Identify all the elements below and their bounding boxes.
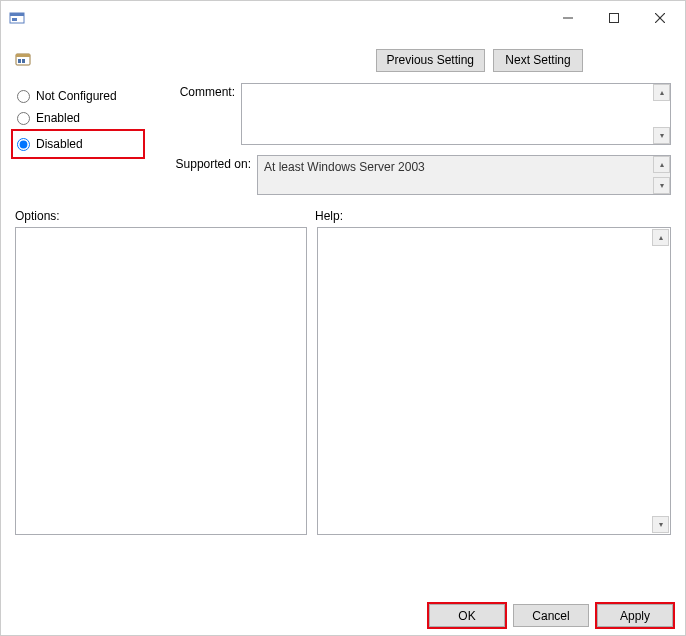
options-panel <box>15 227 307 535</box>
radio-disabled-label: Disabled <box>36 137 83 151</box>
radio-enabled-label: Enabled <box>36 111 80 125</box>
next-setting-button[interactable]: Next Setting <box>493 49 583 72</box>
radio-disabled[interactable]: Disabled <box>15 133 141 155</box>
window-icon <box>9 10 25 26</box>
close-button[interactable] <box>637 3 683 33</box>
supported-field: At least Windows Server 2003 <box>257 155 671 195</box>
titlebar <box>3 3 683 33</box>
scroll-down-icon[interactable]: ▾ <box>653 127 670 144</box>
window-controls <box>545 3 683 33</box>
scroll-down-icon[interactable]: ▾ <box>652 516 669 533</box>
maximize-button[interactable] <box>591 3 637 33</box>
highlight-disabled: Disabled <box>11 129 145 159</box>
svg-rect-2 <box>12 18 17 21</box>
radio-not-configured-label: Not Configured <box>36 89 117 103</box>
help-label: Help: <box>315 209 343 223</box>
radio-group: Not Configured Enabled Disabled <box>15 83 155 195</box>
help-panel: ▴ ▾ <box>317 227 671 535</box>
policy-icon <box>15 52 31 68</box>
minimize-button[interactable] <box>545 3 591 33</box>
comment-field-wrap: ▴ ▾ <box>241 83 671 145</box>
footer-buttons: OK Cancel Apply <box>429 604 673 627</box>
svg-rect-4 <box>610 14 619 23</box>
scroll-up-icon[interactable]: ▴ <box>652 229 669 246</box>
radio-not-configured-input[interactable] <box>17 90 30 103</box>
comment-label: Comment: <box>161 83 235 145</box>
radio-enabled[interactable]: Enabled <box>15 107 155 129</box>
cancel-button[interactable]: Cancel <box>513 604 589 627</box>
help-content <box>318 228 670 236</box>
svg-rect-9 <box>18 59 21 63</box>
comment-field[interactable] <box>241 83 671 145</box>
apply-button[interactable]: Apply <box>597 604 673 627</box>
svg-rect-8 <box>16 54 30 57</box>
svg-rect-1 <box>10 13 24 16</box>
radio-enabled-input[interactable] <box>17 112 30 125</box>
options-label: Options: <box>15 209 315 223</box>
supported-label: Supported on: <box>161 155 251 195</box>
scroll-up-icon[interactable]: ▴ <box>653 156 670 173</box>
radio-disabled-input[interactable] <box>17 138 30 151</box>
scroll-down-icon[interactable]: ▾ <box>653 177 670 194</box>
toolbar-row: Previous Setting Next Setting <box>3 33 683 83</box>
previous-setting-button[interactable]: Previous Setting <box>376 49 485 72</box>
ok-button[interactable]: OK <box>429 604 505 627</box>
svg-rect-10 <box>22 59 25 63</box>
scroll-up-icon[interactable]: ▴ <box>653 84 670 101</box>
supported-field-wrap: At least Windows Server 2003 ▴ ▾ <box>257 155 671 195</box>
radio-not-configured[interactable]: Not Configured <box>15 85 155 107</box>
